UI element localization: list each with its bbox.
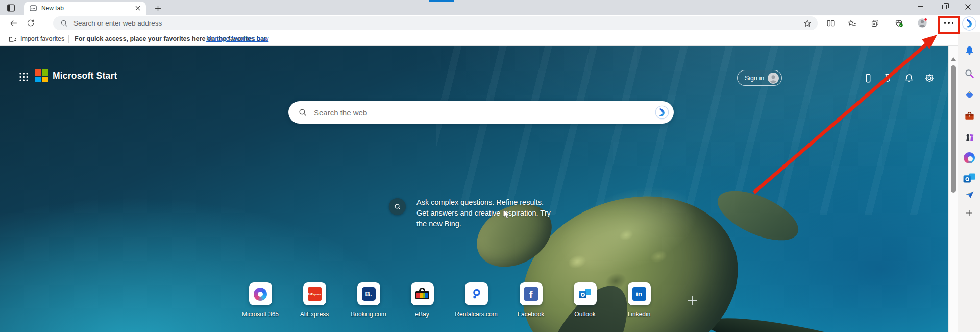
quick-link-label: Rentalcars.com <box>455 311 497 318</box>
mouse-cursor <box>503 209 510 219</box>
favorites-bar: Import favorites For quick access, place… <box>0 32 980 46</box>
app-launcher-grid-icon[interactable] <box>16 69 31 84</box>
address-input[interactable] <box>74 19 800 27</box>
quick-link-booking[interactable]: B. Booking.com <box>338 282 399 318</box>
sign-in-label: Sign in <box>745 75 764 82</box>
search-icon <box>298 108 308 117</box>
quick-link-rentalcars[interactable]: Rentalcars.com <box>446 282 507 318</box>
customize-sidebar-plus-icon[interactable] <box>962 205 977 221</box>
games-chess-icon[interactable] <box>962 129 977 145</box>
sign-in-button[interactable]: Sign in <box>737 70 782 86</box>
turtle-highlight <box>548 171 708 288</box>
edge-sidebar <box>958 32 980 332</box>
facebook-icon: f <box>520 282 543 305</box>
microsoft-start-logo[interactable]: Microsoft Start <box>35 69 117 82</box>
notifications-bell-icon[interactable] <box>962 43 977 58</box>
tab-close-icon[interactable] <box>133 4 142 13</box>
web-search-box[interactable] <box>288 101 674 124</box>
quick-link-label: Outlook <box>574 311 595 318</box>
profile-avatar[interactable] <box>915 16 929 30</box>
window-close-button[interactable] <box>960 0 976 13</box>
outlook-icon <box>574 282 597 305</box>
microsoft-365-icon[interactable] <box>962 150 977 165</box>
search-icon <box>60 19 68 28</box>
promo-line: the new Bing. <box>416 219 551 229</box>
page-settings-gear-icon[interactable] <box>922 70 937 86</box>
scrollbar-thumb[interactable] <box>951 65 956 193</box>
quick-link-label: Linkedin <box>628 311 651 318</box>
bing-promo-search-icon[interactable] <box>389 198 406 215</box>
import-folder-icon <box>8 35 17 43</box>
new-tab-page: Microsoft Start Sign in <box>0 46 948 332</box>
navigation-toolbar <box>0 15 980 32</box>
new-tab-page-icon <box>29 4 37 12</box>
microsoft-365-icon <box>249 282 272 305</box>
import-favorites-button[interactable]: Import favorites <box>5 32 67 46</box>
collections-icon[interactable] <box>868 16 882 30</box>
new-tab-button[interactable] <box>152 2 164 14</box>
scroll-up-arrow[interactable] <box>951 57 956 61</box>
aliexpress-icon: AliExpress <box>303 282 326 305</box>
address-bar[interactable] <box>53 16 818 30</box>
quick-link-label: eBay <box>415 311 429 318</box>
bing-promo-text: Ask complex questions. Refine results. G… <box>416 197 551 229</box>
quick-link-label: Facebook <box>518 311 545 318</box>
quick-link-label: AliExpress <box>300 311 329 318</box>
microsoft-logo-icon <box>35 69 48 82</box>
bing-chat-icon[interactable] <box>962 16 977 31</box>
refresh-icon[interactable] <box>23 16 38 30</box>
turtle-top-flipper <box>710 181 805 251</box>
tab-activity-icon[interactable] <box>5 2 16 13</box>
divider <box>68 35 69 43</box>
outlook-icon[interactable] <box>962 171 977 186</box>
promo-line: Ask complex questions. Refine results. <box>416 197 551 208</box>
window-minimize-button[interactable] <box>912 0 928 13</box>
import-favorites-label: Import favorites <box>20 35 64 42</box>
quick-link-microsoft-365[interactable]: Microsoft 365 <box>230 282 291 318</box>
search-icon[interactable] <box>962 66 977 81</box>
quick-link-facebook[interactable]: f Facebook <box>500 282 561 318</box>
settings-and-more-icon[interactable] <box>940 16 958 30</box>
back-icon[interactable] <box>6 16 20 30</box>
crosshair-cursor <box>688 296 697 305</box>
quick-link-label: Booking.com <box>351 311 386 318</box>
quick-link-ebay[interactable]: eBay <box>391 282 453 318</box>
quick-link-aliexpress[interactable]: AliExpress AliExpress <box>284 282 345 318</box>
notifications-bell-icon[interactable] <box>901 70 917 86</box>
tools-toolbox-icon[interactable] <box>962 108 977 124</box>
linkedin-icon: in <box>628 282 651 305</box>
booking-icon: B. <box>357 282 380 305</box>
drop-paper-plane-icon[interactable] <box>962 187 977 202</box>
turtle-rear-flipper <box>703 309 894 332</box>
mobile-phone-icon[interactable] <box>861 70 876 86</box>
page-scrollbar <box>948 46 958 332</box>
tab-new-tab[interactable]: New tab <box>24 2 146 15</box>
tab-strip: New tab <box>0 0 980 15</box>
rentalcars-icon <box>465 282 488 305</box>
tab-sharing-indicator <box>429 0 454 2</box>
quick-link-outlook[interactable]: Outlook <box>554 282 616 318</box>
brand-title: Microsoft Start <box>53 70 117 81</box>
tab-title: New tab <box>41 5 133 12</box>
bing-search-icon[interactable] <box>654 105 670 120</box>
manage-favorites-link[interactable]: Manage favorites now <box>206 35 268 42</box>
turtle-shadow <box>490 324 796 332</box>
promo-line: Get answers and creative inspiration. Tr… <box>416 208 551 219</box>
browser-window: New tab <box>0 0 980 332</box>
ebay-icon <box>411 282 434 305</box>
quick-link-label: Microsoft 365 <box>242 311 279 318</box>
avatar-icon <box>767 72 779 84</box>
shopping-tag-icon[interactable] <box>962 87 977 102</box>
rewards-medal-icon[interactable] <box>880 70 895 86</box>
web-search-input[interactable] <box>314 108 654 117</box>
window-restore-button[interactable] <box>936 0 952 13</box>
split-screen-icon[interactable] <box>823 16 838 30</box>
quick-link-linkedin[interactable]: in Linkedin <box>608 282 670 318</box>
favorites-icon[interactable] <box>845 16 859 30</box>
add-favorite-star-icon[interactable] <box>800 16 815 31</box>
browser-essentials-icon[interactable] <box>892 16 906 30</box>
